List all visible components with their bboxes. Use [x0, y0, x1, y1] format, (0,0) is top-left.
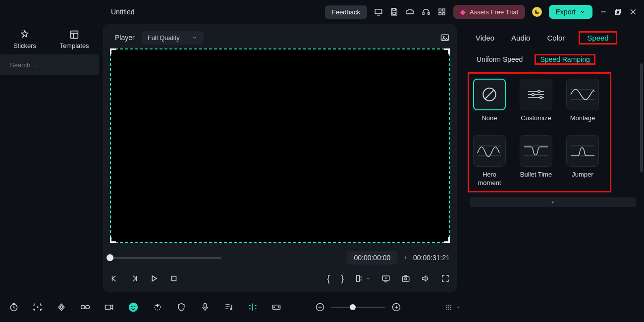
snapshot-image-icon[interactable]	[440, 33, 450, 43]
fit-width-icon[interactable]	[271, 302, 281, 312]
svg-point-41	[446, 307, 447, 308]
jumper-icon	[566, 135, 599, 167]
sparkle-circle-icon[interactable]	[153, 302, 162, 312]
timeline-toolbar	[0, 292, 644, 322]
svg-rect-1	[393, 8, 395, 10]
inspector-tab-audio[interactable]: Audio	[508, 32, 533, 44]
mark-out-button[interactable]: }	[341, 274, 344, 284]
save-icon[interactable]	[390, 7, 399, 16]
step-back-button[interactable]	[110, 274, 119, 283]
svg-rect-8	[443, 13, 445, 15]
mark-in-button[interactable]: {	[327, 274, 330, 284]
none-icon	[473, 79, 506, 110]
inspector-tab-color[interactable]: Color	[544, 32, 568, 44]
fullscreen-icon[interactable]	[441, 274, 450, 283]
zoom-in-button[interactable]	[391, 302, 401, 312]
stop-button[interactable]	[169, 274, 178, 283]
search-row: •••	[0, 54, 99, 75]
subtab-speed-ramping[interactable]: Speed Ramping	[536, 53, 593, 65]
svg-point-20	[405, 278, 407, 280]
player-title: Player	[115, 34, 135, 42]
play-button[interactable]	[150, 274, 159, 283]
expand-panel-button[interactable]	[470, 197, 636, 207]
assistant-face-icon[interactable]	[128, 302, 139, 313]
display-settings-icon[interactable]	[374, 7, 383, 16]
preset-label: Hero moment	[473, 171, 506, 187]
crop-handle-bl[interactable]	[110, 237, 116, 243]
record-clip-icon[interactable]	[104, 302, 114, 312]
export-button[interactable]: Export	[549, 5, 592, 19]
svg-point-24	[540, 96, 542, 99]
inspector-tab-speed[interactable]: Speed	[584, 32, 611, 44]
preset-bullet-time[interactable]: Bullet Time	[520, 135, 552, 187]
svg-point-30	[131, 306, 133, 307]
window-minimize-button[interactable]	[599, 8, 607, 16]
preview-viewport[interactable]	[110, 48, 450, 243]
sidebar-tab-templates[interactable]: Templates	[50, 24, 99, 54]
preset-customize[interactable]: Customize	[520, 79, 552, 122]
shield-icon[interactable]	[176, 302, 186, 312]
playhead-thumb[interactable]	[107, 254, 113, 261]
svg-rect-7	[439, 13, 441, 15]
step-forward-button[interactable]	[130, 274, 139, 283]
preset-none[interactable]: None	[473, 79, 506, 122]
window-maximize-button[interactable]	[614, 8, 622, 16]
crop-handle-br[interactable]	[444, 237, 450, 243]
project-title: Untitled	[111, 8, 134, 16]
svg-point-23	[532, 93, 535, 96]
crop-handle-tl[interactable]	[110, 48, 116, 54]
preset-label: Jumper	[572, 171, 593, 179]
preset-label: Customize	[521, 114, 551, 122]
timeline-view-toggle[interactable]	[445, 303, 461, 311]
svg-rect-28	[106, 305, 111, 309]
timer-icon[interactable]	[9, 302, 19, 312]
split-clip-icon[interactable]	[248, 302, 258, 312]
preset-hero-moment[interactable]: Hero moment	[473, 135, 506, 187]
preset-montage[interactable]: Montage	[566, 79, 599, 122]
moon-badge-icon[interactable]	[532, 7, 542, 17]
volume-icon[interactable]	[421, 274, 430, 283]
montage-icon	[566, 79, 599, 110]
svg-point-45	[448, 309, 449, 310]
export-label: Export	[556, 8, 576, 16]
crop-mark-icon[interactable]	[33, 302, 43, 312]
svg-rect-5	[439, 9, 441, 11]
cloud-upload-icon[interactable]	[406, 7, 415, 16]
inspector-scrollbar[interactable]	[640, 63, 643, 172]
zoom-slider[interactable]	[331, 307, 385, 308]
screen-recorder-icon[interactable]	[381, 274, 390, 283]
zoom-out-button[interactable]	[315, 302, 325, 312]
aspect-ratio-button[interactable]	[355, 274, 371, 283]
svg-rect-15	[172, 276, 176, 281]
camera-snapshot-icon[interactable]	[401, 274, 410, 283]
playhead-slider[interactable]	[110, 257, 221, 259]
svg-rect-6	[443, 9, 445, 11]
support-headset-icon[interactable]	[422, 7, 430, 16]
svg-rect-3	[423, 12, 424, 15]
feedback-button[interactable]: Feedback	[325, 5, 367, 19]
music-note-list-icon[interactable]	[224, 302, 234, 312]
quality-select[interactable]: Full Quality	[142, 31, 204, 45]
svg-point-34	[230, 308, 232, 310]
subtab-uniform-speed[interactable]: Uniform Speed	[473, 53, 527, 65]
highlight-box-presets: None Customize Montage	[468, 72, 611, 192]
zoom-thumb[interactable]	[350, 304, 356, 310]
apps-grid-icon[interactable]	[437, 7, 446, 16]
svg-rect-33	[204, 304, 207, 308]
sidebar-left: Stickers Templates •••	[0, 24, 99, 292]
link-chain-icon[interactable]	[80, 302, 90, 312]
inspector-tab-video[interactable]: Video	[473, 32, 497, 44]
player-panel: Player Full Quality	[99, 24, 461, 292]
keyframe-icon[interactable]	[56, 302, 66, 312]
microphone-icon[interactable]	[200, 302, 210, 312]
svg-rect-11	[71, 31, 78, 38]
crop-handle-tr[interactable]	[444, 48, 450, 54]
zoom-control	[315, 302, 401, 312]
search-input[interactable]	[10, 61, 93, 69]
player-header: Player Full Quality	[110, 28, 450, 47]
assets-free-trial-button[interactable]: ◆ Assets Free Trial	[453, 5, 525, 19]
highlight-box-speed-ramping: Speed Ramping	[535, 54, 595, 65]
sidebar-tab-stickers[interactable]: Stickers	[0, 24, 50, 54]
preset-jumper[interactable]: Jumper	[566, 135, 599, 187]
window-close-button[interactable]	[629, 8, 637, 16]
